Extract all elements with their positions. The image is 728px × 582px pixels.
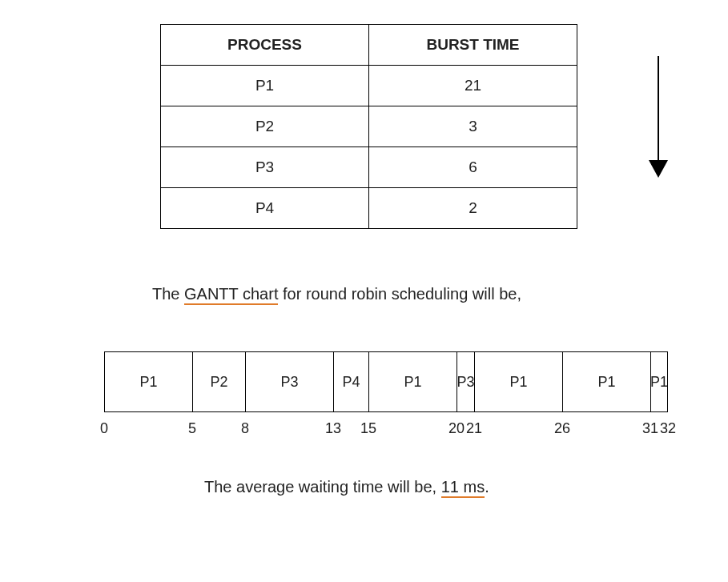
gantt-segment: P1	[474, 351, 562, 412]
gantt-segment: P3	[245, 351, 333, 412]
table-row: P2 3	[161, 106, 577, 147]
caption2-prefix: The average waiting time will be,	[204, 478, 441, 496]
table-row: P3 6	[161, 147, 577, 188]
gantt-segment: P4	[333, 351, 368, 412]
gantt-tick: 13	[325, 420, 341, 437]
cell-process: P3	[161, 147, 369, 188]
table-row: P1 21	[161, 66, 577, 106]
caption-prefix: The	[152, 285, 184, 303]
gantt-caption: The GANTT chart for round robin scheduli…	[152, 285, 712, 303]
gantt-tick: 31	[642, 420, 658, 437]
gantt-tick: 5	[188, 420, 196, 437]
gantt-segment: P1	[562, 351, 650, 412]
header-process: PROCESS	[161, 25, 369, 66]
gantt-tick: 15	[360, 420, 376, 437]
cell-process: P2	[161, 106, 369, 147]
gantt-tick: 32	[660, 420, 676, 437]
process-table: PROCESS BURST TIME P1 21 P2 3 P3 6 P4 2	[160, 24, 577, 229]
gantt-segment: P3	[457, 351, 474, 412]
avg-wait-caption: The average waiting time will be, 11 ms.	[204, 478, 712, 496]
caption2-suffix: .	[485, 478, 489, 496]
cell-burst: 6	[369, 147, 577, 188]
gantt-segment: P2	[192, 351, 245, 412]
cell-process: P4	[161, 188, 369, 229]
gantt-chart: P1P2P3P4P1P3P1P1P1 05813152021263132	[104, 351, 712, 448]
gantt-tick: 20	[448, 420, 465, 437]
caption-suffix: for round robin scheduling will be,	[278, 285, 521, 303]
gantt-tick: 26	[554, 420, 570, 437]
table-row: P4 2	[161, 188, 577, 229]
gantt-segment: P1	[650, 351, 668, 412]
gantt-segment: P1	[104, 351, 192, 412]
caption2-underlined: 11 ms	[441, 478, 485, 498]
down-arrow-icon	[649, 56, 668, 178]
gantt-segment: P1	[368, 351, 457, 412]
gantt-tick: 8	[241, 420, 249, 437]
header-burst: BURST TIME	[369, 25, 577, 66]
cell-process: P1	[161, 66, 369, 106]
cell-burst: 2	[369, 188, 577, 229]
caption-underlined: GANTT chart	[184, 285, 278, 305]
gantt-tick: 21	[466, 420, 482, 437]
gantt-tick: 0	[100, 420, 108, 437]
cell-burst: 21	[369, 66, 577, 106]
cell-burst: 3	[369, 106, 577, 147]
